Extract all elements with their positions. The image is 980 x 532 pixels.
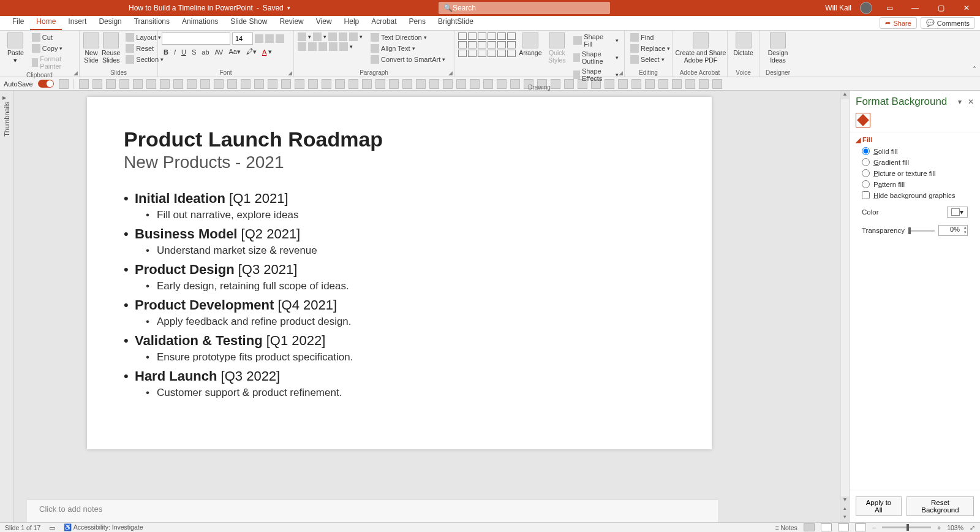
pattern-fill-radio[interactable] — [862, 180, 870, 188]
tab-insert[interactable]: Insert — [62, 15, 92, 30]
slide-item[interactable]: Product Development [Q4 2021]Apply feedb… — [135, 297, 675, 328]
share-button[interactable]: ➦Share — [880, 17, 916, 29]
transparency-slider[interactable] — [908, 230, 935, 232]
tab-slide-show[interactable]: Slide Show — [224, 15, 273, 30]
clear-formatting-icon[interactable] — [276, 34, 284, 43]
qat-icon-11[interactable] — [227, 79, 237, 89]
convert-smartart-button[interactable]: Convert to SmartArt▾ — [369, 55, 447, 64]
qat-icon-17[interactable] — [308, 79, 318, 89]
slide-item[interactable]: Validation & Testing [Q1 2022]Ensure pro… — [135, 333, 675, 363]
qat-icon-21[interactable] — [362, 79, 372, 89]
tab-help[interactable]: Help — [338, 15, 366, 30]
tab-animations[interactable]: Animations — [176, 15, 224, 30]
qat-icon-1[interactable] — [92, 79, 102, 89]
maximize-button[interactable]: ▢ — [932, 4, 949, 12]
qat-icon-16[interactable] — [295, 79, 304, 89]
qat-icon-7[interactable] — [173, 79, 183, 89]
qat-icon-42[interactable] — [645, 79, 655, 89]
next-slide-button[interactable]: ▾ — [841, 514, 849, 522]
font-family-input[interactable] — [162, 32, 230, 45]
qat-icon-27[interactable] — [443, 79, 453, 89]
minimize-button[interactable]: — — [907, 4, 924, 12]
hide-bg-graphics-checkbox[interactable] — [862, 191, 870, 199]
slide-counter[interactable]: Slide 1 of 17 — [5, 524, 40, 531]
picture-fill-radio[interactable] — [862, 169, 870, 177]
notes-toggle[interactable]: ≡ Notes — [775, 524, 797, 531]
zoom-out-button[interactable]: − — [872, 524, 876, 531]
quick-styles-button[interactable]: Quick Styles — [545, 32, 570, 64]
reset-background-button[interactable]: Reset Background — [907, 496, 974, 516]
char-spacing-button[interactable]: AV — [213, 48, 225, 56]
dictate-button[interactable]: Dictate — [731, 32, 755, 57]
qat-icon-8[interactable] — [187, 79, 197, 89]
italic-button[interactable]: I — [172, 48, 178, 56]
transparency-spinner[interactable]: 0% — [938, 225, 968, 236]
decrease-indent-icon[interactable] — [328, 32, 337, 41]
tab-view[interactable]: View — [310, 15, 338, 30]
drawing-dialog-launcher[interactable]: ◢ — [619, 70, 623, 76]
slide-sorter-view-button[interactable] — [821, 523, 832, 531]
qat-icon-6[interactable] — [160, 79, 170, 89]
slide-item[interactable]: Business Model [Q2 2021]Understand marke… — [135, 226, 675, 257]
increase-indent-icon[interactable] — [339, 32, 347, 41]
find-button[interactable]: Find — [628, 32, 672, 42]
numbering-icon[interactable] — [313, 32, 322, 41]
slide-canvas-area[interactable]: Product Launch Roadmap New Products - 20… — [13, 91, 849, 522]
qat-icon-24[interactable] — [402, 79, 412, 89]
pattern-fill-option[interactable]: Pattern fill — [862, 180, 974, 188]
bullets-icon[interactable] — [298, 32, 306, 41]
slide-item[interactable]: Initial Ideation [Q1 2021]Fill out narra… — [135, 191, 675, 221]
qat-icon-44[interactable] — [672, 79, 682, 89]
design-ideas-button[interactable]: Design Ideas — [763, 32, 793, 64]
new-slide-button[interactable]: New Slide — [83, 32, 99, 64]
solid-fill-radio[interactable] — [862, 147, 870, 155]
shape-fill-button[interactable]: Shape Fill▾ — [571, 32, 620, 48]
qat-icon-18[interactable] — [322, 79, 331, 89]
autosave-toggle[interactable] — [38, 80, 54, 88]
reuse-slides-button[interactable]: Reuse Slides — [102, 32, 120, 64]
slide[interactable]: Product Launch Roadmap New Products - 20… — [87, 97, 712, 449]
qat-icon-4[interactable] — [133, 79, 143, 89]
line-spacing-icon[interactable] — [349, 32, 358, 41]
search-box[interactable]: 🔍 — [439, 2, 610, 14]
qat-icon-15[interactable] — [281, 79, 291, 89]
bold-button[interactable]: B — [162, 48, 170, 56]
notes-pane[interactable]: Click to add notes — [27, 499, 718, 522]
doc-menu-caret[interactable]: ▾ — [287, 5, 290, 11]
slideshow-view-button[interactable] — [855, 523, 866, 531]
text-direction-button[interactable]: Text Direction▾ — [369, 32, 447, 42]
qat-icon-2[interactable] — [106, 79, 116, 89]
slide-subtitle[interactable]: New Products - 2021 — [124, 153, 675, 172]
slide-title[interactable]: Product Launch Roadmap — [124, 127, 675, 151]
highlight-button[interactable]: 🖍▾ — [244, 47, 258, 56]
qat-icon-45[interactable] — [685, 79, 695, 89]
scroll-up-button[interactable]: ▲ — [841, 91, 849, 99]
slide-item[interactable]: Product Design [Q3 2021]Early design, re… — [135, 262, 675, 292]
shape-outline-button[interactable]: Shape Outline▾ — [571, 50, 620, 66]
cut-button[interactable]: Cut — [30, 32, 75, 42]
prev-slide-button[interactable]: ▴ — [841, 505, 849, 514]
slide-body-list[interactable]: Initial Ideation [Q1 2021]Fill out narra… — [124, 191, 675, 399]
tab-transitions[interactable]: Transitions — [128, 15, 176, 30]
collapse-ribbon-button[interactable]: ˄ — [973, 66, 976, 74]
paragraph-dialog-launcher[interactable]: ◢ — [448, 70, 453, 76]
color-picker-button[interactable]: ▾ — [947, 207, 968, 218]
decrease-font-icon[interactable] — [265, 34, 274, 43]
zoom-level[interactable]: 103% — [947, 524, 963, 531]
close-window-button[interactable]: ✕ — [958, 4, 975, 12]
replace-button[interactable]: Replace▾ — [628, 44, 672, 53]
tab-brightslide[interactable]: BrightSlide — [432, 15, 480, 30]
qat-icon-25[interactable] — [416, 79, 426, 89]
language-icon[interactable]: ▭ — [49, 524, 55, 531]
vertical-scrollbar[interactable]: ▲ ▼ ▴ ▾ — [840, 91, 849, 522]
fit-to-window-button[interactable]: ⤢ — [970, 524, 975, 531]
qat-icon-26[interactable] — [429, 79, 439, 89]
zoom-slider[interactable] — [882, 526, 931, 528]
columns-icon[interactable] — [339, 42, 348, 51]
underline-button[interactable]: U — [179, 48, 188, 56]
format-painter-button[interactable]: Format Painter — [30, 55, 75, 70]
qat-icon-13[interactable] — [254, 79, 264, 89]
solid-fill-option[interactable]: SSolid fillolid fill — [862, 147, 974, 155]
qat-icon-3[interactable] — [119, 79, 129, 89]
qat-icon-10[interactable] — [214, 79, 224, 89]
